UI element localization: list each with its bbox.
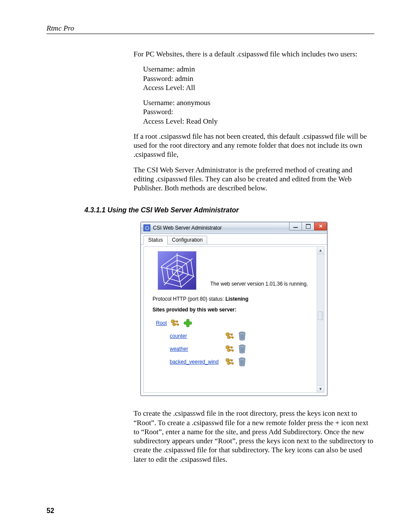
svg-rect-39 (231, 360, 232, 361)
tab-content: ▲ ▼ (143, 246, 324, 393)
maximize-button[interactable] (302, 222, 314, 230)
page-number: 52 (47, 507, 54, 515)
sites-tree: Root (156, 317, 311, 368)
cred-line: Password: (143, 107, 374, 116)
svg-rect-11 (177, 321, 177, 323)
close-button[interactable]: ✕ (314, 222, 327, 230)
tab-configuration[interactable]: Configuration (167, 236, 207, 244)
version-text: The web server version 1.01.36 is runnin… (210, 281, 308, 290)
svg-line-24 (241, 334, 241, 339)
svg-rect-14 (177, 324, 178, 326)
svg-rect-16 (184, 322, 192, 324)
credentials-block-2: Username: anonymous Password: Access Lev… (143, 98, 374, 126)
trash-icon[interactable] (238, 331, 246, 341)
site-link-weather[interactable]: weather (170, 346, 221, 352)
svg-rect-19 (231, 334, 232, 336)
sites-label: Sites provided by this web server: (153, 307, 311, 313)
svg-line-5 (161, 267, 177, 271)
svg-line-34 (241, 347, 241, 352)
svg-rect-29 (231, 347, 232, 348)
tab-strip: Status Configuration (141, 234, 327, 245)
site-link-counter[interactable]: counter (170, 333, 221, 339)
csi-admin-window: CSI Web Server Administrator ✕ Status Co… (140, 222, 327, 396)
svg-line-3 (177, 271, 181, 288)
window-title: CSI Web Server Administrator (153, 225, 222, 231)
keys-icon[interactable] (170, 319, 180, 327)
svg-rect-42 (232, 363, 233, 364)
site-link-backed-veered-wind[interactable]: backed_veered_wind (170, 359, 221, 365)
window-titlebar[interactable]: CSI Web Server Administrator ✕ (141, 222, 327, 234)
paragraph-intro: For PC Websites, there is a default .csi… (134, 50, 374, 59)
plus-icon[interactable] (183, 318, 193, 328)
tab-status[interactable]: Status (143, 236, 168, 245)
svg-rect-22 (232, 337, 233, 339)
svg-line-26 (243, 334, 244, 339)
trash-icon[interactable] (238, 344, 246, 354)
cred-line: Access Level: All (143, 83, 374, 92)
site-child-row: counter (170, 330, 311, 342)
cred-line: Access Level: Read Only (143, 117, 374, 126)
scrollbar[interactable]: ▲ ▼ (317, 247, 324, 392)
scroll-up-icon[interactable]: ▲ (317, 247, 324, 254)
root-link[interactable]: Root (156, 320, 167, 327)
trash-icon[interactable] (238, 357, 246, 367)
svg-line-46 (243, 360, 244, 365)
svg-rect-32 (232, 350, 233, 352)
site-root-row: Root (156, 317, 311, 330)
cred-line: Username: admin (143, 65, 374, 74)
paragraph: To create the .csipasswd file in the roo… (134, 409, 374, 464)
site-child-row: backed_veered_wind (170, 355, 311, 368)
keys-icon[interactable] (225, 332, 234, 340)
protocol-value: Listening (225, 296, 248, 302)
cred-line: Username: anonymous (143, 98, 374, 107)
protocol-label: Protocol HTTP (port 80) status: (153, 296, 225, 302)
minimize-button[interactable] (289, 222, 302, 230)
keys-icon[interactable] (225, 345, 234, 353)
keys-icon[interactable] (225, 358, 234, 366)
site-child-row: weather (170, 342, 311, 355)
protocol-status: Protocol HTTP (port 80) status: Listenin… (153, 296, 311, 302)
cred-line: Password: admin (143, 74, 374, 83)
svg-line-36 (243, 347, 244, 352)
credentials-block-1: Username: admin Password: admin Access L… (143, 65, 374, 92)
section-heading: 4.3.1.1 Using the CSI Web Server Adminis… (84, 206, 374, 214)
scroll-thumb[interactable] (318, 311, 323, 320)
paragraph: If a root .csipasswd file has not been c… (134, 132, 374, 159)
scroll-down-icon[interactable]: ▼ (317, 385, 324, 392)
app-icon (143, 224, 150, 231)
running-header: Rtmc Pro (47, 24, 374, 34)
paragraph: The CSI Web Server Administrator is the … (134, 165, 374, 193)
svg-line-44 (241, 360, 241, 365)
spiderweb-logo (158, 251, 196, 290)
